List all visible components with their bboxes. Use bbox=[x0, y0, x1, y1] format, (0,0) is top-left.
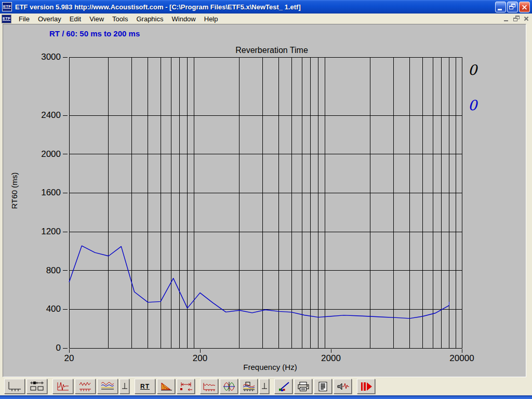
rt60-button-label: RT bbox=[140, 383, 150, 390]
waterfall-button[interactable] bbox=[240, 379, 258, 394]
overlay-compare-button[interactable] bbox=[26, 379, 47, 394]
energy-decay-icon bbox=[159, 381, 173, 392]
print-button[interactable] bbox=[294, 379, 312, 394]
mini-axis-2-button[interactable] bbox=[259, 379, 269, 394]
energy-decay-button[interactable] bbox=[157, 379, 175, 394]
mini-axis-2-icon bbox=[261, 381, 268, 392]
play-icon bbox=[360, 381, 373, 392]
speaker-test-icon bbox=[336, 381, 350, 392]
annotate-colors-button[interactable] bbox=[274, 379, 292, 394]
axes-setup-button[interactable] bbox=[4, 379, 25, 394]
frequency-response-icon bbox=[78, 381, 92, 392]
bottom-toolbar: RT bbox=[0, 378, 532, 395]
waterfall-icon bbox=[242, 381, 256, 392]
overlay-compare-icon bbox=[29, 381, 45, 392]
periodic-waves-button[interactable] bbox=[220, 379, 238, 394]
window-bottom-border bbox=[0, 395, 532, 399]
rt60-chart-plot bbox=[0, 0, 532, 377]
report-icon bbox=[316, 381, 330, 392]
etf-app-window: { "window": { "title": "ETF version 5.98… bbox=[0, 0, 532, 399]
impulse-response-icon bbox=[56, 381, 70, 392]
overlay-curves-icon bbox=[100, 381, 115, 392]
rt-curve-button[interactable] bbox=[200, 379, 218, 394]
play-measure-button[interactable] bbox=[357, 379, 375, 394]
gate-markers-icon bbox=[179, 381, 193, 392]
overlay-curves-button[interactable] bbox=[97, 379, 118, 394]
print-icon bbox=[297, 381, 310, 392]
annotate-colors-icon bbox=[277, 381, 290, 392]
mini-axis-button[interactable] bbox=[119, 379, 129, 394]
rt60-view-button[interactable]: RT bbox=[135, 379, 155, 394]
report-button[interactable] bbox=[314, 379, 332, 394]
impulse-response-button[interactable] bbox=[52, 379, 73, 394]
gate-markers-button[interactable] bbox=[177, 379, 195, 394]
mini-axis-icon bbox=[121, 381, 128, 392]
periodic-waves-icon bbox=[222, 381, 236, 392]
axes-icon bbox=[7, 381, 22, 392]
rt-curve-icon bbox=[203, 381, 216, 392]
frequency-response-button[interactable] bbox=[75, 379, 96, 394]
speaker-test-button[interactable] bbox=[334, 379, 352, 394]
